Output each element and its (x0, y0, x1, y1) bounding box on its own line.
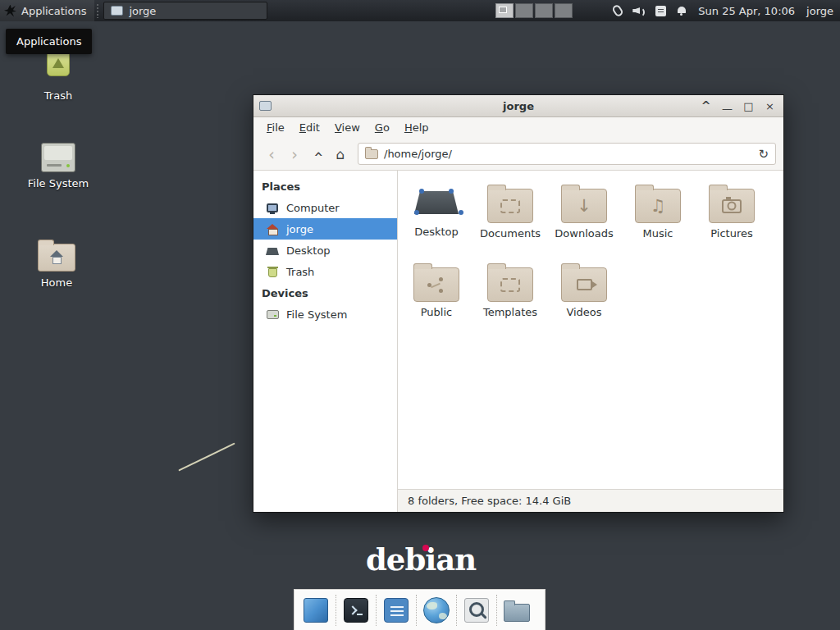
music-note-icon: ♫ (651, 198, 666, 215)
download-arrow-icon: ↓ (577, 198, 591, 215)
shade-button[interactable]: ^ (700, 96, 712, 116)
titlebar[interactable]: jorge ^ — □ × (253, 95, 783, 117)
web-browser-icon (423, 597, 450, 623)
up-button[interactable]: › (307, 144, 328, 165)
dock-separator (416, 595, 417, 626)
devices-header: Devices (253, 282, 397, 304)
menu-help[interactable]: Help (397, 119, 436, 136)
notes-tray-icon[interactable] (655, 6, 666, 16)
desktop-icon-file-system[interactable]: File System (21, 138, 96, 189)
dock-separator (336, 595, 336, 626)
dock-separator (376, 595, 377, 626)
folder-icon: ♫ (635, 189, 681, 223)
menu-go[interactable]: Go (368, 119, 397, 136)
show-desktop-icon (304, 598, 328, 623)
file-label: Pictures (710, 227, 752, 240)
camera-emblem-icon (722, 199, 742, 213)
file-label: Downloads (555, 227, 613, 240)
up-icon: › (308, 151, 326, 158)
desktop-icon-label: Trash (21, 89, 96, 102)
file-templates[interactable]: Templates (473, 258, 547, 336)
desktop: { "panel": { "applications_label": "Appl… (0, 0, 840, 630)
dock-item-show-desktop[interactable] (299, 594, 332, 627)
taskbar-window-button[interactable]: jorge (103, 2, 267, 20)
workspace-4[interactable] (555, 3, 573, 18)
forward-button[interactable]: › (284, 144, 305, 165)
reload-button[interactable]: ↻ (758, 147, 769, 162)
workspace-3[interactable] (535, 3, 553, 18)
file-pictures[interactable]: Pictures (695, 179, 769, 258)
workspace-2[interactable] (515, 3, 533, 18)
folder-icon (487, 189, 533, 223)
desktop-line-artifact (178, 442, 235, 471)
sidebar-item-computer[interactable]: Computer (253, 197, 397, 218)
terminal-icon (344, 598, 368, 623)
dock-separator (456, 595, 457, 626)
file-documents[interactable]: Documents (473, 179, 547, 258)
file-label: Templates (483, 306, 537, 318)
applications-label: Applications (21, 5, 86, 17)
folder-icon (413, 267, 459, 302)
applications-menu-button[interactable]: Applications (0, 0, 94, 21)
sidebar-item-file-system[interactable]: File System (253, 304, 397, 325)
dock-item-terminal[interactable] (340, 594, 372, 627)
dock-item-web-browser[interactable] (420, 594, 453, 627)
templates-emblem-icon (500, 278, 520, 292)
taskbar-window-label: jorge (129, 5, 156, 17)
volume-icon[interactable] (632, 5, 645, 16)
file-manager-window: jorge ^ — □ × File Edit View Go Help ‹ ›… (253, 94, 784, 513)
top-panel: Applications jorge Sun 25 Apr, 10:06 jor… (0, 0, 840, 21)
sidebar-item-desktop[interactable]: Desktop (253, 240, 397, 261)
dock-item-app-finder[interactable] (460, 594, 493, 627)
panel-separator (96, 3, 100, 18)
home-button[interactable]: ⌂ (330, 144, 351, 165)
statusbar: 8 folders, Free space: 14.4 GiB (398, 489, 783, 512)
sidebar-item-label: jorge (286, 223, 313, 235)
statusbar-text: 8 folders, Free space: 14.4 GiB (408, 495, 571, 507)
sidebar-item-jorge[interactable]: jorge (253, 218, 397, 240)
menu-view[interactable]: View (327, 119, 368, 136)
notifications-bell-icon[interactable] (677, 6, 687, 16)
documents-emblem-icon (500, 199, 520, 213)
debian-wordmark: debian (366, 541, 476, 578)
recycle-mark-icon (52, 58, 64, 68)
maximize-button[interactable]: □ (742, 96, 755, 116)
sidebar-item-label: Computer (286, 202, 340, 214)
location-bar[interactable]: /home/jorge/ ↻ (358, 143, 776, 165)
applications-tooltip: Applications (6, 29, 92, 54)
computer-icon (266, 201, 279, 214)
debian-logo: debian (366, 541, 474, 579)
workspace-1[interactable] (495, 3, 514, 18)
sidebar: Places Computer jorge Desktop Trash Devi… (253, 171, 398, 512)
minimize-button[interactable]: — (721, 98, 733, 119)
back-button[interactable]: ‹ (261, 144, 282, 165)
desktop-folder-icon (412, 185, 461, 221)
username-label[interactable]: jorge (806, 5, 833, 17)
file-public[interactable]: Public (399, 258, 473, 336)
file-desktop[interactable]: Desktop (399, 179, 473, 258)
home-folder-icon (38, 244, 75, 272)
desktop-icon-label: File System (21, 177, 96, 189)
clock[interactable]: Sun 25 Apr, 10:06 (698, 5, 795, 17)
file-downloads[interactable]: ↓ Downloads (547, 179, 621, 258)
folder-icon: ↓ (561, 189, 607, 223)
applications-icon (4, 5, 16, 17)
menubar: File Edit View Go Help (253, 117, 783, 138)
desktop-icon-home[interactable]: Home (19, 236, 94, 289)
window-icon (111, 6, 123, 16)
file-videos[interactable]: Videos (547, 258, 621, 336)
file-label: Videos (566, 306, 601, 318)
close-button[interactable]: × (764, 96, 776, 116)
menu-edit[interactable]: Edit (292, 119, 327, 136)
file-music[interactable]: ♫ Music (621, 179, 695, 258)
sidebar-item-trash[interactable]: Trash (253, 261, 397, 282)
menu-file[interactable]: File (259, 119, 292, 136)
mouse-indicator-icon[interactable] (611, 3, 624, 17)
window-controls: ^ — □ × (700, 96, 776, 116)
system-tray (614, 5, 687, 16)
file-pane: Desktop Documents ↓ Downloads ♫ Music Pi… (398, 171, 783, 512)
dock-item-file-manager[interactable] (500, 594, 533, 627)
folder-icon (561, 267, 607, 302)
dock-item-app-window[interactable] (380, 594, 413, 627)
file-manager-icon (504, 604, 530, 622)
